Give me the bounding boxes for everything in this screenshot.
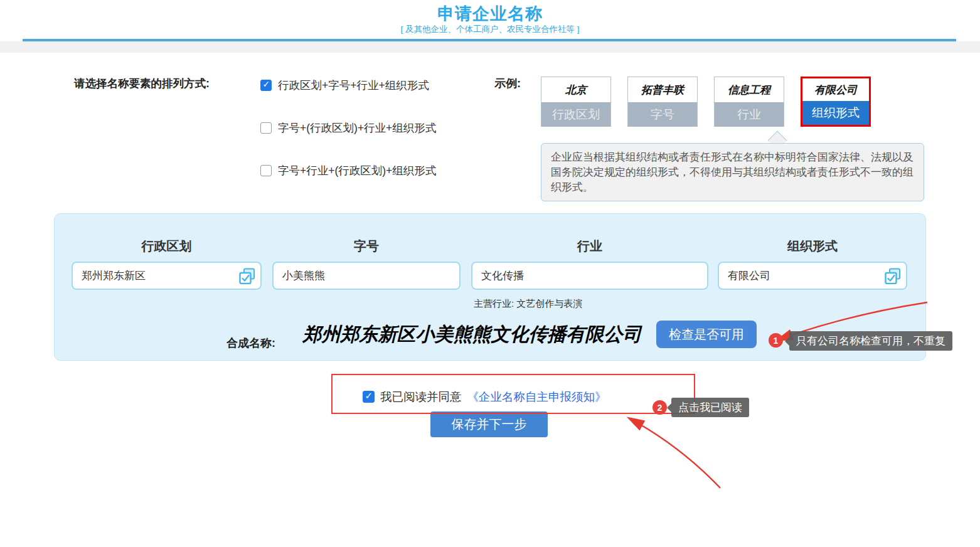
picker-check-icon[interactable] [239,268,255,284]
tradename-input[interactable]: 小美熊熊 [272,262,461,290]
page-canvas: 申请企业名称 [ 及其他企业、个体工商户、农民专业合作社等 ] 请选择名称要素的… [0,0,980,547]
example-category: 行政区划 [541,102,610,127]
page-subtitle: [ 及其他企业、个体工商户、农民专业合作社等 ] [0,24,980,35]
orgform-value: 有限公司 [728,268,770,283]
example-row: 北京 行政区划 拓普丰联 字号 信息工程 行业 有限公司 组织形式 [541,77,871,127]
checkbox[interactable] [260,165,272,176]
agreement-checkbox[interactable] [363,391,375,403]
column-header-industry: 行业 [471,238,708,255]
save-next-button[interactable]: 保存并下一步 [430,412,548,437]
arrangement-option-3[interactable]: 字号+行业+(行政区划)+组织形式 [260,163,436,178]
arrow-to-agreement-box [631,419,720,488]
main-industry-hint: 主营行业: 文艺创作与表演 [474,298,582,310]
example-value: 有限公司 [802,78,869,101]
column-header-orgform: 组织形式 [718,238,907,255]
orgform-note: 企业应当根据其组织结构或者责任形式在名称中标明符合国家法律、法规以及国务院决定规… [541,143,924,201]
industry-value: 文化传播 [481,268,524,283]
example-box-industry: 信息工程 行业 [714,77,784,127]
page-title: 申请企业名称 [0,3,980,25]
option-label: 字号+(行政区划)+行业+组织形式 [278,120,436,135]
example-category: 组织形式 [802,101,869,125]
agreement-row: 我已阅读并同意 《企业名称自主申报须知》 [363,389,607,405]
example-label: 示例: [494,76,521,91]
example-value: 拓普丰联 [628,77,697,102]
example-box-orgform-highlighted: 有限公司 组织形式 [801,77,871,127]
composed-name-value: 郑州郑东新区小美熊熊文化传播有限公司 [292,322,652,348]
example-category: 行业 [715,102,784,127]
column-header-tradename: 字号 [272,238,461,255]
tradename-value: 小美熊熊 [282,268,325,283]
declaration-notice-link[interactable]: 《企业名称自主申报须知》 [467,389,607,405]
example-category: 字号 [628,102,697,127]
checkbox[interactable] [260,80,272,91]
arrangement-label: 请选择名称要素的排列方式: [74,76,210,91]
orgform-input[interactable]: 有限公司 [718,262,907,290]
composed-name-label: 合成名称: [226,336,275,351]
step-tooltip-1: 只有公司名称检查可用，不重复 [789,331,952,351]
header-strip [0,41,980,53]
arrangement-option-1[interactable]: 行政区划+字号+行业+组织形式 [260,78,429,93]
example-value: 北京 [541,77,610,102]
agreement-text: 我已阅读并同意 [380,389,462,405]
example-box-region: 北京 行政区划 [541,77,611,127]
region-input[interactable]: 郑州郑东新区 [72,262,262,290]
option-label: 字号+行业+(行政区划)+组织形式 [278,163,436,178]
picker-check-icon[interactable] [885,268,901,284]
example-value: 信息工程 [715,77,784,102]
industry-input[interactable]: 文化传播 [471,262,708,290]
checkbox[interactable] [260,122,272,134]
step-badge-1: 1 [769,333,783,348]
region-value: 郑州郑东新区 [82,268,146,283]
step-badge-2: 2 [652,400,667,415]
option-label: 行政区划+字号+行业+组织形式 [278,78,429,93]
arrangement-option-2[interactable]: 字号+(行政区划)+行业+组织形式 [260,120,436,135]
example-box-tradename: 拓普丰联 字号 [627,77,698,127]
check-availability-button[interactable]: 检查是否可用 [656,321,757,348]
step-tooltip-2: 点击我已阅读 [671,398,749,417]
column-header-region: 行政区划 [72,238,262,255]
